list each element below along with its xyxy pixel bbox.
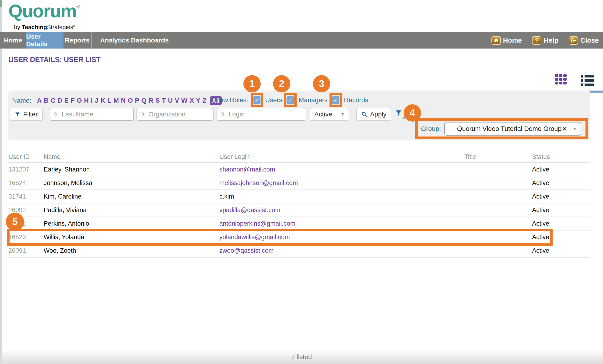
list-view-icon[interactable]: [580, 75, 594, 86]
letter-link[interactable]: S: [155, 97, 160, 104]
table-row[interactable]: 16524 Johnson, Melissa melissajohnson@gm…: [8, 176, 591, 190]
user-login-link[interactable]: vpadilla@qassist.com: [219, 206, 280, 214]
filter-button-label: Filter: [23, 111, 38, 118]
user-id-link[interactable]: 26092: [8, 206, 26, 214]
funnel-icon: [395, 109, 402, 117]
user-status: Active: [532, 180, 549, 187]
grid-cell: [559, 78, 562, 81]
records-checkbox[interactable]: ✓: [332, 96, 340, 104]
main-navbar: Home User Details Reports Analytics Dash…: [0, 32, 603, 48]
group-remove-icon[interactable]: ×: [562, 125, 567, 133]
users-checkbox[interactable]: ✓: [253, 96, 261, 104]
letter-link[interactable]: M: [113, 97, 119, 104]
user-login-link[interactable]: zwoo@qassist.com: [219, 247, 274, 254]
grid-view-icon[interactable]: [555, 74, 567, 86]
tab-user-details[interactable]: User Details: [26, 32, 63, 48]
letter-link[interactable]: F: [71, 97, 75, 104]
close-exit-icon: [569, 36, 578, 45]
window-edge-strip: [0, 0, 2, 364]
apply-button[interactable]: Apply: [356, 108, 391, 121]
table-row[interactable]: 31741 Kim, Caroline c.kim Active: [8, 190, 591, 204]
user-list-table: User ID Name User Login Title Status 131…: [8, 151, 591, 258]
table-row[interactable]: 131207 Earley, Shannon shannon@mail.com …: [8, 163, 591, 176]
byline-by: by: [14, 24, 22, 30]
grid-cell: [563, 78, 567, 81]
user-login-link[interactable]: melissajohnson@gmail.com: [219, 180, 298, 187]
letter-link[interactable]: O: [128, 97, 133, 104]
brand-byline: by TeachingStrategies®: [14, 24, 75, 31]
letter-link[interactable]: T: [162, 97, 166, 104]
user-status: Active: [532, 220, 549, 227]
user-id-link[interactable]: 131207: [8, 166, 29, 173]
letter-link[interactable]: H: [84, 97, 89, 104]
letter-link[interactable]: U: [168, 97, 173, 104]
callout-outline-records: ✓: [329, 93, 342, 107]
letter-link[interactable]: C: [51, 97, 55, 104]
letter-link[interactable]: G: [77, 97, 82, 104]
status-dropdown[interactable]: Active ▼: [310, 108, 349, 121]
letter-link[interactable]: B: [44, 97, 48, 104]
letter-link[interactable]: X: [189, 97, 194, 104]
byline-registered-mark: ®: [73, 24, 75, 28]
letter-link[interactable]: P: [135, 97, 139, 104]
user-name: Johnson, Melissa: [44, 180, 93, 187]
user-id-link[interactable]: 16523: [8, 234, 26, 241]
letter-link[interactable]: N: [121, 97, 126, 104]
organization-input[interactable]: [148, 110, 210, 118]
grid-cell: [563, 74, 567, 77]
group-dropdown[interactable]: Quorum Video Tutorial Demo Group × ▼: [444, 122, 581, 136]
user-id-link[interactable]: 16524: [8, 180, 26, 187]
table-header-row: User ID Name User Login Title Status: [8, 151, 591, 163]
grid-cell: [555, 78, 558, 81]
user-login-link[interactable]: yolandawillis@gmail.com: [219, 234, 290, 241]
letter-link[interactable]: I: [91, 97, 93, 104]
header-title: Title: [464, 153, 476, 160]
letter-link[interactable]: L: [107, 97, 111, 104]
tab-home[interactable]: Home: [0, 32, 26, 48]
letter-link[interactable]: R: [149, 97, 153, 104]
letter-link[interactable]: Y: [196, 97, 200, 104]
user-id-link[interactable]: 31741: [8, 193, 26, 200]
alphabet-filter-row: Name: A B C D E F G H I J K L M N O P Q …: [12, 95, 222, 106]
header-user-login: User Login: [219, 153, 250, 160]
table-row-highlighted[interactable]: 16523 Willis, Yolanda yolandawillis@gmai…: [8, 230, 591, 244]
grid-cell: [563, 82, 567, 84]
table-row[interactable]: 2 Perkins, Antonio antonioperkins@gmail.…: [8, 217, 591, 230]
user-login-link[interactable]: antonioperkins@gmail.com: [219, 220, 295, 227]
nav-home-button[interactable]: Home: [491, 36, 522, 45]
nav-close-button[interactable]: Close: [569, 36, 599, 45]
name-label: Name:: [12, 97, 31, 104]
nav-help-label: Help: [544, 37, 558, 44]
table-row[interactable]: 26091 Woo, Zoeth zwoo@qassist.com Active: [8, 244, 591, 258]
user-login-link[interactable]: shannon@mail.com: [219, 166, 275, 173]
header-status: Status: [532, 153, 550, 160]
chevron-down-icon: ▼: [573, 126, 577, 131]
letter-link[interactable]: J: [95, 97, 98, 104]
search-icon: [140, 112, 145, 117]
table-row[interactable]: 26092 Padilla, Viviana vpadilla@qassist.…: [8, 204, 591, 217]
letter-link[interactable]: Q: [141, 97, 147, 104]
login-input[interactable]: [228, 110, 303, 118]
nav-help-button[interactable]: ? Help: [532, 36, 558, 45]
user-status: Active: [532, 247, 549, 254]
callout-badge-5: 5: [6, 213, 24, 231]
letter-link[interactable]: A: [37, 97, 42, 104]
managers-checkbox[interactable]: ✓: [286, 96, 294, 104]
byline-teaching: Teaching: [22, 24, 47, 30]
window-edge-accent: [0, 0, 2, 7]
home-icon: [491, 36, 501, 45]
search-icon: [53, 112, 58, 117]
filter-button[interactable]: Filter: [10, 108, 43, 121]
letter-link[interactable]: K: [101, 97, 105, 104]
tab-analytics-dashboards[interactable]: Analytics Dashboards: [92, 32, 177, 48]
letter-link[interactable]: V: [175, 97, 179, 104]
letter-link[interactable]: Z: [203, 97, 207, 104]
tab-reports[interactable]: Reports: [63, 32, 91, 48]
list-count: 7 listed: [0, 353, 603, 361]
last-name-input[interactable]: [61, 110, 130, 118]
letter-link[interactable]: E: [64, 97, 69, 104]
letter-link[interactable]: W: [181, 97, 187, 104]
apply-button-label: Apply: [370, 111, 386, 118]
user-id-link[interactable]: 26091: [8, 247, 26, 254]
letter-link[interactable]: D: [58, 97, 62, 104]
